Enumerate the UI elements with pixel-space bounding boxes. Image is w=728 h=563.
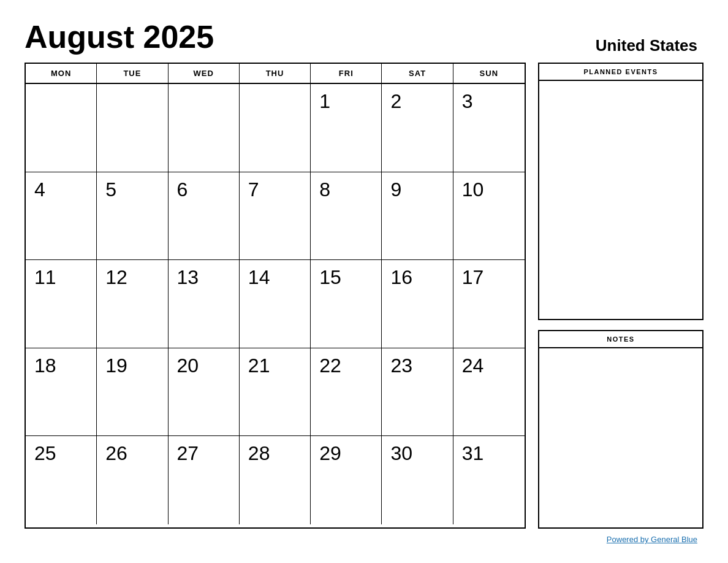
calendar-day-8: 8 <box>311 172 382 261</box>
day-number: 26 <box>105 442 127 465</box>
calendar-header: MONTUEWEDTHUFRISATSUN <box>26 64 525 84</box>
calendar-section: MONTUEWEDTHUFRISATSUN 123456789101112131… <box>25 63 526 529</box>
calendar-day-4: 4 <box>26 172 97 261</box>
calendar-day-29: 29 <box>311 436 382 524</box>
planned-events-header: PLANNED EVENTS <box>539 64 702 81</box>
calendar-day-2: 2 <box>382 84 453 172</box>
day-number: 21 <box>248 354 270 377</box>
calendar-empty-cell <box>97 84 168 172</box>
calendar-day-19: 19 <box>97 348 168 437</box>
day-header-fri: FRI <box>311 64 382 83</box>
calendar-day-30: 30 <box>382 436 453 524</box>
calendar-day-21: 21 <box>240 348 311 437</box>
day-number: 17 <box>462 266 484 289</box>
calendar-day-5: 5 <box>97 172 168 261</box>
calendar-day-7: 7 <box>240 172 311 261</box>
calendar-empty-cell <box>26 84 97 172</box>
calendar-day-28: 28 <box>240 436 311 524</box>
calendar-day-6: 6 <box>169 172 240 261</box>
day-number: 6 <box>177 178 188 201</box>
day-number: 18 <box>34 354 56 377</box>
calendar-empty-cell <box>169 84 240 172</box>
footer: Powered by General Blue <box>25 534 703 545</box>
day-header-tue: TUE <box>97 64 168 83</box>
calendar-day-14: 14 <box>240 260 311 348</box>
calendar-day-17: 17 <box>453 260 525 348</box>
day-number: 29 <box>319 442 341 465</box>
planned-events-box: PLANNED EVENTS <box>538 63 703 320</box>
day-number: 20 <box>177 354 199 377</box>
day-number: 31 <box>462 442 484 465</box>
notes-box: NOTES <box>538 330 703 529</box>
day-number: 10 <box>462 178 484 201</box>
calendar-day-31: 31 <box>453 436 525 524</box>
calendar-day-23: 23 <box>382 348 453 437</box>
day-number: 3 <box>462 90 473 113</box>
page-header: August 2025 United States <box>25 18 703 55</box>
country-title: United States <box>596 36 703 55</box>
day-number: 5 <box>105 178 116 201</box>
day-number: 30 <box>390 442 412 465</box>
day-number: 19 <box>105 354 127 377</box>
day-number: 15 <box>319 266 341 289</box>
day-number: 23 <box>390 354 412 377</box>
day-header-mon: MON <box>26 64 97 83</box>
day-number: 11 <box>34 266 56 289</box>
calendar-grid: 1234567891011121314151617181920212223242… <box>26 84 525 524</box>
planned-events-content <box>539 81 702 315</box>
notes-content <box>539 348 702 524</box>
day-number: 16 <box>390 266 412 289</box>
day-number: 2 <box>390 90 401 113</box>
calendar-day-11: 11 <box>26 260 97 348</box>
day-number: 24 <box>462 354 484 377</box>
calendar-day-13: 13 <box>169 260 240 348</box>
day-number: 1 <box>319 90 330 113</box>
day-number: 22 <box>319 354 341 377</box>
day-number: 27 <box>177 442 199 465</box>
main-content: MONTUEWEDTHUFRISATSUN 123456789101112131… <box>25 63 703 529</box>
day-header-thu: THU <box>240 64 311 83</box>
calendar-empty-cell <box>240 84 311 172</box>
day-number: 9 <box>390 178 401 201</box>
powered-by-link[interactable]: Powered by General Blue <box>607 535 697 544</box>
calendar-day-24: 24 <box>453 348 525 437</box>
calendar-day-27: 27 <box>169 436 240 524</box>
calendar-day-16: 16 <box>382 260 453 348</box>
day-header-wed: WED <box>169 64 240 83</box>
calendar-day-10: 10 <box>453 172 525 261</box>
day-number: 4 <box>34 178 45 201</box>
calendar-day-18: 18 <box>26 348 97 437</box>
calendar-day-12: 12 <box>97 260 168 348</box>
day-number: 13 <box>177 266 199 289</box>
notes-header: NOTES <box>539 331 702 348</box>
day-number: 12 <box>105 266 127 289</box>
day-number: 7 <box>248 178 259 201</box>
calendar-day-20: 20 <box>169 348 240 437</box>
day-header-sun: SUN <box>453 64 525 83</box>
day-number: 25 <box>34 442 56 465</box>
calendar-day-26: 26 <box>97 436 168 524</box>
calendar-day-9: 9 <box>382 172 453 261</box>
calendar-day-15: 15 <box>311 260 382 348</box>
calendar-day-3: 3 <box>453 84 525 172</box>
day-number: 14 <box>248 266 270 289</box>
day-number: 28 <box>248 442 270 465</box>
calendar-day-25: 25 <box>26 436 97 524</box>
calendar-day-22: 22 <box>311 348 382 437</box>
sidebar-section: PLANNED EVENTS NOTES <box>538 63 703 529</box>
day-header-sat: SAT <box>382 64 453 83</box>
calendar-day-1: 1 <box>311 84 382 172</box>
month-title: August 2025 <box>25 18 214 55</box>
day-number: 8 <box>319 178 330 201</box>
